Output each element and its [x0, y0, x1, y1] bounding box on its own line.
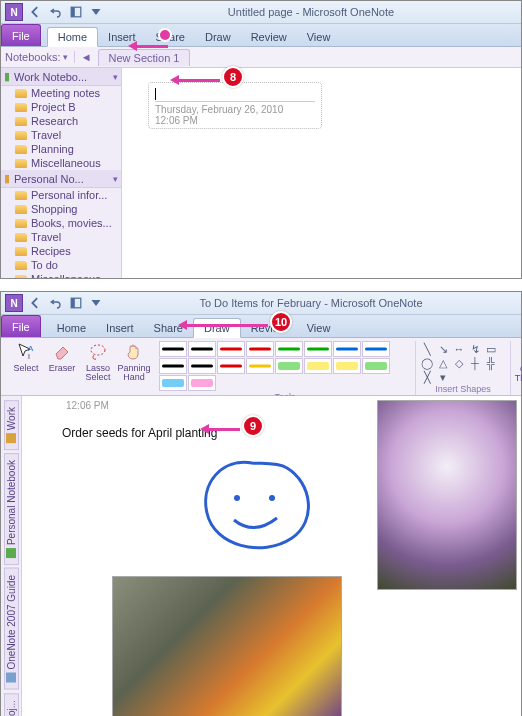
pen-swatch[interactable]: [217, 341, 245, 357]
sidebar-item[interactable]: Books, movies...: [1, 216, 121, 230]
note-title-container[interactable]: Thursday, February 26, 2010 12:06 PM: [148, 82, 322, 129]
folder-icon: [15, 89, 27, 98]
notebook-header[interactable]: ▮Personal No...▾: [1, 170, 121, 188]
pen-swatch[interactable]: [246, 341, 274, 357]
group-label-shapes: Insert Shapes: [435, 383, 491, 394]
note-time: 12:06 PM: [155, 115, 315, 126]
sidebar-item[interactable]: Planning: [1, 142, 121, 156]
folder-icon: [15, 219, 27, 228]
sidebar-item[interactable]: Recipes: [1, 244, 121, 258]
notebook-icon: [6, 548, 16, 558]
highlighter-swatch[interactable]: [159, 375, 187, 391]
tab-view[interactable]: View: [297, 319, 341, 337]
sidebar-item[interactable]: Meeting notes: [1, 86, 121, 100]
shape-diamond-icon[interactable]: ◇: [452, 357, 466, 369]
sidebar-item[interactable]: Travel: [1, 128, 121, 142]
sidebar-item[interactable]: Personal infor...: [1, 188, 121, 202]
tab-file[interactable]: File: [1, 24, 41, 46]
sidebar-item[interactable]: To do: [1, 258, 121, 272]
sidebar-item[interactable]: Shopping: [1, 202, 121, 216]
tab-review[interactable]: Review: [241, 28, 297, 46]
pen-gallery[interactable]: [159, 341, 411, 391]
tab-file[interactable]: File: [1, 315, 41, 337]
highlighter-swatch[interactable]: [362, 358, 390, 374]
qat-dropdown-icon[interactable]: [87, 294, 105, 312]
note-time: 12:06 PM: [66, 400, 109, 411]
qat-dock-icon[interactable]: [67, 294, 85, 312]
qat-back-icon[interactable]: [27, 294, 45, 312]
pen-swatch[interactable]: [188, 358, 216, 374]
notebook-icon: [6, 673, 16, 683]
highlighter-swatch[interactable]: [304, 358, 332, 374]
shape-2arrow-icon[interactable]: ↔: [452, 343, 466, 355]
notebooks-label-text: Notebooks:: [5, 51, 61, 63]
sidebar-item[interactable]: Miscellaneous: [1, 156, 121, 170]
folder-icon: [15, 261, 27, 270]
select-button[interactable]: AI Select: [9, 341, 43, 373]
notebooks-label[interactable]: Notebooks: ▾: [5, 51, 75, 63]
pen-swatch[interactable]: [188, 341, 216, 357]
tab-draw[interactable]: Draw: [195, 28, 241, 46]
eraser-button[interactable]: Eraser: [45, 341, 79, 373]
pen-swatch[interactable]: [275, 341, 303, 357]
shape-more-icon[interactable]: ▾: [436, 371, 450, 383]
pen-swatch[interactable]: [362, 341, 390, 357]
pen-swatch[interactable]: [246, 358, 274, 374]
nav-back-icon[interactable]: ◄: [75, 51, 98, 63]
sidebar-item[interactable]: Research: [1, 114, 121, 128]
qat-back-icon[interactable]: [27, 3, 45, 21]
panning-button[interactable]: Panning Hand: [117, 341, 151, 382]
shape-rect-icon[interactable]: ▭: [484, 343, 498, 355]
shape-axes2-icon[interactable]: ╬: [484, 357, 498, 369]
image-turnip[interactable]: [377, 400, 517, 590]
shape-x-icon[interactable]: ╳: [420, 371, 434, 383]
qat-dock-icon[interactable]: [67, 3, 85, 21]
sidebar-item[interactable]: Miscellaneous: [1, 272, 121, 278]
callout-8: 8: [222, 66, 244, 88]
notebook-sidebar: ▮Work Notebo...▾Meeting notesProject BRe…: [1, 68, 122, 278]
lasso-button[interactable]: Lasso Select: [81, 341, 115, 382]
qat-undo-icon[interactable]: [47, 294, 65, 312]
pen-swatch[interactable]: [159, 358, 187, 374]
ink-drawing-smiley: [192, 448, 322, 568]
qat-dropdown-icon[interactable]: [87, 3, 105, 21]
notebook-vtab[interactable]: 2010 Garden Proj...: [4, 693, 19, 716]
highlighter-swatch[interactable]: [188, 375, 216, 391]
color-thickness-button[interactable]: Color & Thickness: [515, 341, 522, 383]
notebook-vtab[interactable]: Personal Notebook: [4, 453, 19, 565]
page-canvas[interactable]: 12:06 PM Order seeds for April planting: [22, 396, 521, 716]
pen-swatch[interactable]: [304, 341, 332, 357]
section-tab-new[interactable]: New Section 1: [98, 49, 191, 66]
notebook-vtab[interactable]: Work: [4, 400, 19, 450]
page-canvas[interactable]: Thursday, February 26, 2010 12:06 PM: [122, 68, 521, 278]
shapes-gallery[interactable]: ╲ ↘ ↔ ↯ ▭ ◯ △ ◇ ┼ ╬ ╳ ▾: [420, 341, 506, 383]
sidebar-item[interactable]: Project B: [1, 100, 121, 114]
tab-draw[interactable]: Draw: [193, 318, 241, 338]
notebook-vtab[interactable]: OneNote 2007 Guide: [4, 568, 19, 690]
highlighter-swatch[interactable]: [333, 358, 361, 374]
note-date: Thursday, February 26, 2010: [155, 104, 315, 115]
shape-oval-icon[interactable]: ◯: [420, 357, 434, 369]
notebook-header[interactable]: ▮Work Notebo...▾: [1, 68, 121, 86]
pen-swatch[interactable]: [333, 341, 361, 357]
shape-axes-icon[interactable]: ┼: [468, 357, 482, 369]
note-text[interactable]: Order seeds for April planting: [62, 426, 217, 440]
shape-tri-icon[interactable]: △: [436, 357, 450, 369]
chevron-down-icon: ▾: [113, 174, 118, 184]
tab-home[interactable]: Home: [47, 27, 98, 47]
tab-insert[interactable]: Insert: [98, 28, 146, 46]
tab-home[interactable]: Home: [47, 319, 96, 337]
shape-line-icon[interactable]: ╲: [420, 343, 434, 355]
pen-swatch[interactable]: [217, 358, 245, 374]
qat-undo-icon[interactable]: [47, 3, 65, 21]
callout-10: 10: [270, 311, 292, 333]
sidebar-item[interactable]: Travel: [1, 230, 121, 244]
tab-insert[interactable]: Insert: [96, 319, 144, 337]
pen-swatch[interactable]: [159, 341, 187, 357]
tab-view[interactable]: View: [297, 28, 341, 46]
shape-zig-icon[interactable]: ↯: [468, 343, 482, 355]
note-title-input[interactable]: [155, 87, 315, 102]
highlighter-swatch[interactable]: [275, 358, 303, 374]
image-carrots[interactable]: [112, 576, 342, 716]
shape-arrow-icon[interactable]: ↘: [436, 343, 450, 355]
